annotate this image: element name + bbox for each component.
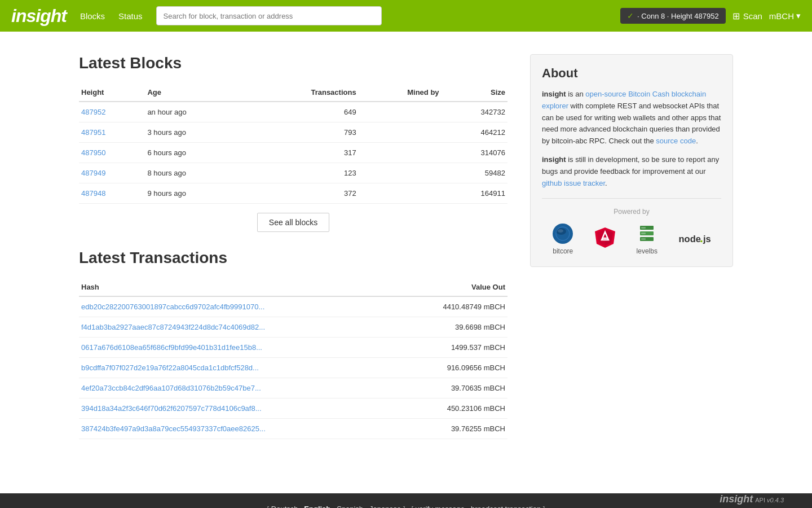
blockchain-explorer-link[interactable]: open-source Bitcoin Cash blockchain expl… [542,90,706,110]
tx-hash-link[interactable]: 394d18a34a2f3c646f70d62f6207597c778d4106… [81,404,262,413]
tx-value: 916.09656 mBCH [395,358,508,378]
tx-hash-link[interactable]: f4d1ab3ba2927aaec87c8724943f224d8dc74c40… [81,323,265,331]
block-size: 464212 [442,122,508,143]
col-age: Age [145,84,245,102]
transactions-table: Hash Value Out edb20c282200763001897cabc… [79,278,508,439]
svg-point-3 [558,229,563,233]
tx-hash-link[interactable]: 0617a676d6108ea65f686cf9bfd99e401b31d1fe… [81,343,262,352]
latest-blocks-title: Latest Blocks [79,54,508,72]
svg-text:node: node [678,234,700,244]
navbar-right: ✓ · Conn 8 · Height 487952 ⊞ Scan mBCH ▾ [620,8,801,24]
block-mined-by [359,163,442,183]
svg-rect-14 [641,238,646,240]
table-row: 0617a676d6108ea65f686cf9bfd99e401b31d1fe… [79,338,508,358]
block-height-link[interactable]: 487949 [81,169,105,177]
blocks-table: Height Age Transactions Mined by Size 48… [79,84,508,204]
scan-label: Scan [743,11,762,21]
tx-value: 39.6698 mBCH [395,317,508,338]
table-row: 394d18a34a2f3c646f70d62f6207597c778d4106… [79,398,508,419]
conn-label: · Conn 8 · Height 487952 [637,12,719,20]
tx-hash-link[interactable]: 4ef20a73ccb84c2df96aa107d68d31076b2b59c4… [81,384,261,392]
block-mined-by [359,183,442,204]
github-issue-tracker-link[interactable]: github issue tracker [542,179,605,187]
table-row: 487951 3 hours ago 793 464212 [79,122,508,143]
nav-blocks[interactable]: Blocks [80,11,105,21]
see-all-blocks-button[interactable]: See all blocks [257,213,329,232]
bitcore-logo-item: bitcore [551,222,574,255]
scan-button[interactable]: ⊞ Scan [732,11,762,21]
block-tx-count: 793 [245,122,358,143]
block-mined-by [359,143,442,163]
col-height: Height [79,84,145,102]
search-input[interactable] [156,6,382,25]
table-row: f4d1ab3ba2927aaec87c8724943f224d8dc74c40… [79,317,508,338]
lang-spanish[interactable]: Spanish [337,505,363,508]
leveldb-logo-item: levelbs [636,222,658,255]
powered-by-label: Powered by [542,208,721,216]
conn-badge: ✓ · Conn 8 · Height 487952 [620,8,726,24]
block-height-link[interactable]: 487950 [81,148,105,157]
source-code-link[interactable]: source code [656,137,696,145]
footer-insight-logo: insight [720,493,753,505]
block-tx-count: 372 [245,183,358,204]
block-size: 342732 [442,102,508,122]
block-age: 9 hours ago [145,183,245,204]
check-icon: ✓ [627,11,634,20]
footer-container: [ Deutsch · English · Spanish · Japanese… [11,505,801,508]
block-tx-count: 317 [245,143,358,163]
leveldb-icon [636,222,658,245]
block-tx-count: 649 [245,102,358,122]
table-row: 4ef20a73ccb84c2df96aa107d68d31076b2b59c4… [79,378,508,398]
about-title: About [542,66,721,81]
tx-hash-link[interactable]: edb20c282200763001897cabcc6d9702afc4fb99… [81,303,264,311]
lang-japanese[interactable]: Japanese [369,505,401,508]
powered-by-section: Powered by bitcore [542,198,721,255]
block-height-link[interactable]: 487952 [81,108,105,116]
svg-rect-13 [641,233,646,234]
col-size: Size [442,84,508,102]
nav-status[interactable]: Status [118,11,143,21]
scan-icon: ⊞ [732,11,740,21]
col-hash: Hash [79,278,395,296]
leveldb-label: levelbs [637,247,657,255]
content-area: Latest Blocks Height Age Transactions Mi… [79,54,508,448]
col-mined-by: Mined by [359,84,442,102]
footer-text: [ Deutsch · English · Spanish · Japanese… [267,505,545,508]
insight-label-2: insight [542,155,566,164]
footer-brand: insight API v0.4.3 [720,493,784,505]
table-row: 487950 6 hours ago 317 314076 [79,143,508,163]
footer-api-label: API [755,497,767,503]
angular-logo-item [594,226,616,251]
brand-logo: insight [11,6,67,27]
lang-english[interactable]: English [304,505,330,508]
col-transactions: Transactions [245,84,358,102]
table-row: edb20c282200763001897cabcc6d9702afc4fb99… [79,296,508,317]
chevron-down-icon: ▾ [796,11,801,21]
tx-value: 4410.48749 mBCH [395,296,508,317]
block-size: 164911 [442,183,508,204]
about-text-2: insight is still in development, so be s… [542,154,721,189]
sidebar: About insight is an open-source Bitcoin … [530,54,733,448]
block-size: 314076 [442,143,508,163]
verify-message-link[interactable]: verify message [416,505,465,508]
broadcast-transaction-link[interactable]: broadcast transaction [471,505,541,508]
nodejs-logo-item: node . js [678,226,712,251]
block-age: 6 hours ago [145,143,245,163]
footer: [ Deutsch · English · Spanish · Japanese… [0,493,812,508]
svg-text:js: js [703,234,711,244]
bitcore-label: bitcore [553,247,573,255]
angular-icon [594,226,616,249]
about-box: About insight is an open-source Bitcoin … [530,54,733,267]
logos-container: bitcore [542,222,721,255]
tx-value: 1499.537 mBCH [395,338,508,358]
currency-label: mBCH [769,11,794,21]
tx-hash-link[interactable]: b9cdffa7f07f027d2e19a76f22a8045cda1c1dbf… [81,364,259,372]
tx-hash-link[interactable]: 387424b3fe497a9d3a8a79cec554937337cf0aee… [81,424,266,433]
block-height-link[interactable]: 487951 [81,128,105,137]
block-tx-count: 123 [245,163,358,183]
lang-deutsch[interactable]: Deutsch [271,505,298,508]
block-height-link[interactable]: 487948 [81,189,105,198]
currency-dropdown[interactable]: mBCH ▾ [769,11,801,21]
svg-text:.: . [700,231,703,244]
bitcore-icon [551,222,574,245]
